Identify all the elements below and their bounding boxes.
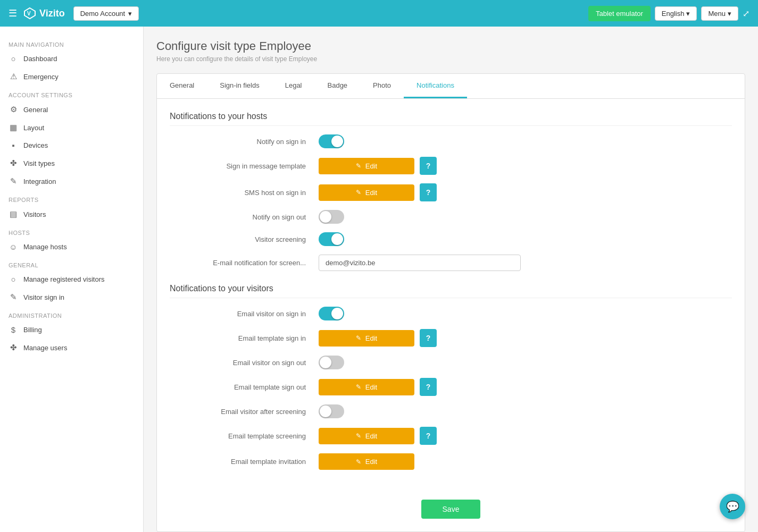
form-label-email-template-screening: Email template screening: [170, 432, 319, 440]
manage-users-icon: ✤: [9, 343, 18, 352]
edit-button-sign-message-template[interactable]: ✎Edit: [319, 158, 414, 174]
sidebar-item-dashboard[interactable]: ○Dashboard: [0, 50, 143, 67]
edit-icon: ✎: [356, 383, 361, 391]
form-label-email-template-sign-in: Email template sign in: [170, 334, 319, 342]
form-row-sms-host-sign-in: SMS host on sign in✎Edit?: [170, 183, 732, 201]
chat-bubble-button[interactable]: 💬: [720, 494, 745, 519]
tab-photo[interactable]: Photo: [360, 74, 404, 98]
sidebar-item-visitor-sign-in[interactable]: ✎Visitor sign in: [0, 288, 143, 306]
edit-button-email-template-screening[interactable]: ✎Edit: [319, 428, 414, 444]
form-label-email-template-sign-out: Email template sign out: [170, 383, 319, 391]
sidebar-item-label: Integration: [23, 178, 56, 185]
sidebar-item-devices[interactable]: ▪Devices: [0, 137, 143, 154]
dashboard-icon: ○: [9, 54, 18, 63]
form-control-email-template-sign-in: ✎Edit?: [319, 329, 437, 347]
toggle-knob-notify-sign-out: [320, 211, 331, 223]
sidebar-item-visit-types[interactable]: ✤Visit types: [0, 154, 143, 172]
help-button-email-template-sign-in[interactable]: ?: [420, 329, 437, 347]
tab-badge[interactable]: Badge: [315, 74, 361, 98]
sidebar-item-integration[interactable]: ✎Integration: [0, 172, 143, 190]
form-control-email-template-invitation: ✎Edit: [319, 453, 414, 470]
hamburger-button[interactable]: ☰: [9, 7, 17, 19]
devices-icon: ▪: [9, 141, 18, 150]
toggle-notify-sign-in[interactable]: [319, 134, 344, 148]
form-row-email-visitor-after-screening: Email visitor after screening: [170, 404, 732, 418]
toggle-notify-sign-out[interactable]: [319, 210, 344, 224]
edit-button-email-template-sign-out[interactable]: ✎Edit: [319, 379, 414, 395]
help-button-email-template-sign-out[interactable]: ?: [420, 378, 437, 396]
form-row-email-template-sign-out: Email template sign out✎Edit?: [170, 378, 732, 396]
sidebar-section-label: Reports: [0, 190, 143, 205]
sidebar-item-emergency[interactable]: ⚠Emergency: [0, 67, 143, 86]
logo: V Vizito: [23, 7, 65, 20]
sidebar-item-billing[interactable]: $Billing: [0, 321, 143, 339]
sidebar-item-label: Dashboard: [23, 55, 57, 63]
form-label-notify-sign-out: Notify on sign out: [170, 213, 319, 221]
tab-legal[interactable]: Legal: [272, 74, 315, 98]
tab-notifications[interactable]: Notifications: [404, 74, 467, 98]
svg-text:V: V: [27, 11, 31, 16]
sidebar-item-layout[interactable]: ▦Layout: [0, 119, 143, 137]
form-control-notify-sign-in: [319, 134, 344, 148]
save-button[interactable]: Save: [421, 500, 481, 519]
toggle-knob-email-visitor-after-screening: [320, 406, 331, 417]
form-control-email-template-screening: ✎Edit?: [319, 427, 437, 445]
sidebar-section-label: Account settings: [0, 86, 143, 100]
top-nav-right: Tablet emulator English ▾ Menu ▾ ⤢: [588, 6, 749, 21]
form-row-email-template-invitation: Email template invitation✎Edit: [170, 453, 732, 470]
tab-general[interactable]: General: [157, 74, 207, 98]
toggle-knob-email-visitor-sign-in: [331, 308, 343, 319]
edit-button-sms-host-sign-in[interactable]: ✎Edit: [319, 184, 414, 201]
form-label-email-template-invitation: Email template invitation: [170, 458, 319, 466]
edit-button-email-template-invitation[interactable]: ✎Edit: [319, 453, 414, 470]
form-control-email-notification-screen: [319, 255, 521, 271]
toggle-email-visitor-sign-in[interactable]: [319, 307, 344, 320]
help-button-email-template-screening[interactable]: ?: [420, 427, 437, 445]
email-input-email-notification-screen[interactable]: [319, 255, 521, 271]
form-label-email-visitor-after-screening: Email visitor after screening: [170, 408, 319, 416]
visitors-icon: ▤: [9, 209, 18, 219]
page-title: Configure visit type Employee: [156, 39, 745, 53]
form-label-email-visitor-sign-in: Email visitor on sign in: [170, 310, 319, 318]
language-dropdown-button[interactable]: English ▾: [655, 6, 697, 21]
sidebar-item-manage-registered[interactable]: ○Manage registered visitors: [0, 271, 143, 288]
emergency-icon: ⚠: [9, 72, 18, 81]
sidebar-item-label: Billing: [23, 326, 42, 334]
menu-dropdown-button[interactable]: Menu ▾: [701, 6, 738, 21]
sidebar-item-label: Manage registered visitors: [23, 275, 104, 283]
tab-sign-in-fields[interactable]: Sign-in fields: [207, 74, 272, 98]
billing-icon: $: [9, 325, 18, 334]
form-row-notify-sign-in: Notify on sign in: [170, 134, 732, 148]
visitor-sign-in-icon: ✎: [9, 292, 18, 302]
form-control-sign-message-template: ✎Edit?: [319, 157, 437, 175]
form-row-email-template-sign-in: Email template sign in✎Edit?: [170, 329, 732, 347]
help-button-sms-host-sign-in[interactable]: ?: [420, 183, 437, 201]
toggle-visitor-screening[interactable]: [319, 232, 344, 246]
sidebar-item-visitors[interactable]: ▤Visitors: [0, 205, 143, 223]
form-row-email-visitor-sign-in: Email visitor on sign in: [170, 307, 732, 320]
edit-button-email-template-sign-in[interactable]: ✎Edit: [319, 330, 414, 347]
edit-icon: ✎: [356, 334, 361, 342]
sidebar-item-manage-hosts[interactable]: ☺Manage hosts: [0, 238, 143, 256]
toggle-knob-email-visitor-sign-out: [320, 357, 331, 368]
general-icon: ⚙: [9, 105, 18, 114]
toggle-email-visitor-after-screening[interactable]: [319, 404, 344, 418]
help-button-sign-message-template[interactable]: ?: [420, 157, 437, 175]
form-control-visitor-screening: [319, 232, 344, 246]
top-navigation: ☰ V Vizito Demo Account ▾ Tablet emulato…: [0, 0, 758, 27]
toggle-email-visitor-sign-out[interactable]: [319, 356, 344, 369]
form-row-email-notification-screen: E-mail notification for screen...: [170, 255, 732, 271]
visitors-section-title: Notifications to your visitors: [170, 284, 732, 298]
edit-icon: ✎: [356, 189, 361, 196]
form-control-email-template-sign-out: ✎Edit?: [319, 378, 437, 396]
sidebar-item-general[interactable]: ⚙General: [0, 100, 143, 119]
sidebar-item-label: Devices: [23, 141, 48, 149]
toggle-knob-visitor-screening: [331, 233, 343, 245]
account-dropdown-button[interactable]: Demo Account ▾: [73, 6, 139, 21]
form-control-notify-sign-out: [319, 210, 344, 224]
edit-btn-label: Edit: [365, 162, 377, 170]
tablet-emulator-button[interactable]: Tablet emulator: [588, 6, 651, 21]
sidebar-item-manage-users[interactable]: ✤Manage users: [0, 339, 143, 357]
expand-button[interactable]: ⤢: [743, 9, 749, 19]
save-area: Save: [157, 491, 745, 531]
